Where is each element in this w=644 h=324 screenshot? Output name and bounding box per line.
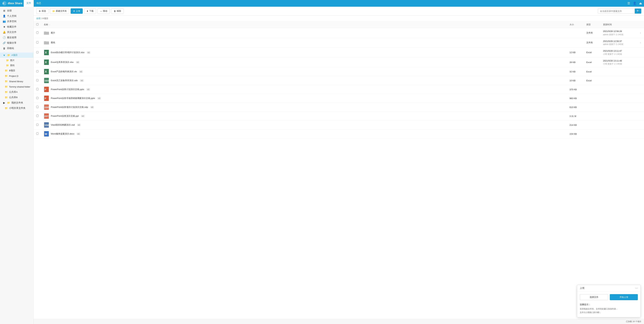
row-time-cell	[600, 94, 637, 103]
logout-icon[interactable]: ⏏	[639, 2, 642, 5]
file-name[interactable]: Excel协办楼日常维护计划演示.xlsx	[51, 51, 84, 54]
sidebar-item-all[interactable]: ⊞ 全部	[0, 8, 33, 14]
upload-dialog-close[interactable]: —	[635, 286, 638, 290]
table-row[interactable]: W Word服务提案演示.docxv1 154 KB	[34, 130, 644, 138]
row-checkbox[interactable]	[36, 124, 38, 126]
sidebar-item-my-folder[interactable]: ▶ 📁 我的文件夹	[0, 100, 33, 106]
row-checkbox[interactable]	[36, 70, 38, 72]
tab-files[interactable]: 文件	[24, 0, 34, 7]
row-type-cell: Excel	[584, 67, 600, 76]
row-type-cell: 文件夹	[584, 38, 600, 48]
table-row[interactable]: X Excel协办楼日常维护计划演示.xlsxv1 12 KB Excel 20…	[34, 48, 644, 58]
row-checkbox[interactable]	[36, 88, 38, 90]
menu-icon[interactable]: ☰	[628, 2, 630, 5]
sidebar-item-xiaoming-folder[interactable]: 📁 小明共享文件夹	[0, 106, 33, 111]
search-button[interactable]: 🔍	[635, 8, 641, 14]
download-button[interactable]: ⬇ 下载	[84, 8, 96, 14]
search-input[interactable]	[598, 9, 635, 14]
row-size-cell: 32 KB	[567, 67, 584, 76]
start-upload-button[interactable]: 开始上传	[610, 294, 638, 300]
hint-line-1: 支持拖放文件夹、文件到此窗口添加列表；	[580, 307, 638, 311]
sidebar-item-drawings[interactable]: 📁 图纸	[0, 63, 33, 68]
row-checkbox-cell	[34, 94, 41, 103]
row-size-cell: 214 KB	[567, 120, 584, 130]
sidebar-item-recent[interactable]: 🕐 最近使用	[0, 35, 33, 40]
svg-rect-8	[44, 42, 49, 44]
bell-icon: 🔔	[3, 31, 6, 34]
sidebar-item-images[interactable]: 📁 图片	[0, 58, 33, 63]
table-row[interactable]: 图纸 文件夹 2021/5/28 12:56:37admin 更新于 2 小时前…	[34, 38, 644, 48]
expand-row-btn[interactable]: ›	[640, 32, 641, 34]
row-checkbox[interactable]	[36, 115, 38, 117]
select-all-checkbox[interactable]	[36, 23, 38, 26]
clock-icon: 🕐	[3, 36, 6, 39]
file-list: 名称 ↕ 大小 类型 更新时间	[34, 22, 644, 319]
row-checkbox[interactable]	[36, 61, 38, 63]
new-folder-button[interactable]: 📁 新建文件夹	[50, 8, 69, 14]
file-name[interactable]: 图纸	[51, 41, 55, 44]
sidebar-item-b-project[interactable]: 📁 B项目	[0, 68, 33, 73]
table-row[interactable]: VSD Visio组织结构图演示.vsdv1 214 KB	[34, 120, 644, 130]
sidebar-item-tommy-folder[interactable]: 📁 Tommy shared folder	[0, 84, 33, 90]
tab-activity[interactable]: 动态	[34, 0, 44, 7]
filter-label: 筛选	[42, 10, 46, 12]
user-icon[interactable]: 👤	[633, 2, 636, 5]
row-checkbox[interactable]	[36, 41, 38, 44]
row-checkbox[interactable]	[36, 51, 38, 53]
row-expand-cell	[637, 76, 644, 85]
svg-rect-4	[44, 32, 49, 35]
delete-label: 移除	[117, 10, 121, 12]
sidebar-item-trash[interactable]: 🗑 回收站	[0, 46, 33, 51]
file-name[interactable]: 图片	[51, 31, 55, 34]
file-name[interactable]: PowerPoint业务演示文稿.ppt	[51, 114, 79, 118]
row-name-cell: X Excel仓库库存演示.xlsxv1	[41, 57, 567, 67]
file-name[interactable]: PowerPoint业务计划演示文稿.pptx	[51, 88, 84, 91]
move-button[interactable]: ↔ 移动	[98, 8, 110, 14]
sidebar-item-attention[interactable]: 🔔 关注文件	[0, 30, 33, 35]
row-checkbox-cell	[34, 85, 41, 94]
table-row[interactable]: PPT PowerPoint业务演示文稿.pptv1 3.31 M	[34, 112, 644, 120]
sidebar-item-shared-space[interactable]: 👥 共享空间	[0, 19, 33, 24]
file-name[interactable]: Excel仓库库存演示.xlsx	[51, 61, 74, 64]
file-name[interactable]: PowerPoint业务市场营销玻璃窗演示文稿.pptx	[51, 97, 95, 100]
file-name[interactable]: Word服务提案演示.docx	[51, 132, 74, 135]
delete-button[interactable]: 🗑 移除	[111, 8, 124, 14]
row-type-cell	[584, 112, 600, 120]
table-row[interactable]: P PowerPoint业务计划演示文稿.pptxv1 375 KB	[34, 85, 644, 94]
sidebar-item-public-a[interactable]: 📁 公共库A	[0, 90, 33, 95]
file-name[interactable]: PowerPoint业务项目计划演示文稿.odp	[51, 106, 88, 109]
table-row[interactable]: ODP PowerPoint业务项目计划演示文稿.odpv1 610 KB	[34, 103, 644, 112]
file-name[interactable]: Excel员工设备库存演示.ods	[51, 79, 78, 82]
table-row[interactable]: P PowerPoint业务市场营销玻璃窗演示文稿.pptxv1 983 KB	[34, 94, 644, 103]
sidebar-item-public-b[interactable]: 📁 公共库B	[0, 95, 33, 100]
row-checkbox-cell	[34, 103, 41, 112]
upload-button[interactable]: ⬆ 上传	[70, 8, 83, 14]
table-row[interactable]: X Excel仓库库存演示.xlsxv1 28 KB Excel 2021/5/…	[34, 57, 644, 67]
row-checkbox[interactable]	[36, 106, 38, 108]
sidebar-item-shared-library[interactable]: 📁 Shared library	[0, 79, 33, 84]
file-name[interactable]: Visio组织结构图演示.vsd	[51, 124, 75, 126]
file-type-icon: X	[44, 69, 49, 74]
breadcrumb-all[interactable]: 全部	[36, 17, 40, 20]
row-checkbox[interactable]	[36, 32, 38, 34]
sidebar-item-a-project[interactable]: ▼ 📁 A项目	[0, 52, 33, 58]
sidebar-item-link-share[interactable]: 🔗 链接分享	[0, 40, 33, 46]
row-checkbox[interactable]	[36, 132, 38, 135]
expand-row-btn[interactable]: ›	[640, 41, 641, 44]
name-header[interactable]: 名称 ↕	[41, 22, 567, 28]
table-row[interactable]: ODS Excel员工设备库存演示.odsv1 10 KB Excel	[34, 76, 644, 85]
row-name-cell: P PowerPoint业务计划演示文稿.pptxv1	[41, 85, 567, 94]
sidebar-item-project-d[interactable]: 📁 Project D	[0, 73, 33, 79]
sidebar-label-drawings: 图纸	[10, 64, 14, 67]
row-checkbox[interactable]	[36, 79, 38, 81]
table-row[interactable]: 图片 文件夹 2021/5/28 12:56:28admin 更新于 2 小时前…	[34, 28, 644, 38]
select-file-button[interactable]: 选择文件	[580, 294, 608, 300]
table-row[interactable]: X Excel产品价格列表演示.xlsv1 32 KB Excel	[34, 67, 644, 76]
row-checkbox[interactable]	[36, 97, 38, 99]
file-name[interactable]: Excel产品价格列表演示.xls	[51, 70, 77, 73]
sidebar-item-personal[interactable]: 👤 个人空间	[0, 14, 33, 19]
sidebar-item-favorites[interactable]: ★ 收藏文件	[0, 24, 33, 30]
row-size-cell: 375 KB	[567, 85, 584, 94]
upload-dialog: 上传 — 选择文件 开始上传 温馨提示： 支持拖放文件夹、文件到此窗口添加列表；…	[577, 285, 641, 317]
filter-button[interactable]: ⚙ 筛选	[36, 8, 48, 14]
